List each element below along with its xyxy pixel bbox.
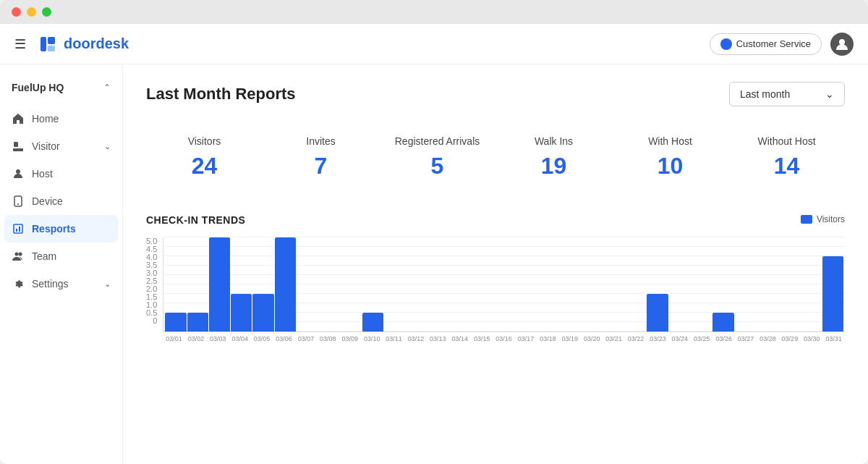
- x-axis-label: 03/05: [251, 335, 273, 342]
- chart-section: CHECK-IN TRENDS Visitors 5.04.54.03.53.0…: [146, 214, 845, 342]
- chart-bar[interactable]: [647, 294, 668, 332]
- y-axis: 5.04.54.03.53.02.52.01.51.00.50: [146, 237, 163, 342]
- x-axis-label: 03/27: [735, 335, 757, 342]
- chart-bar[interactable]: [252, 294, 273, 332]
- sidebar-item-visitor[interactable]: Visitor ⌄: [0, 132, 122, 160]
- device-icon: [12, 195, 25, 208]
- x-axis-label: 03/16: [493, 335, 514, 342]
- org-name: FuelUp HQ: [12, 82, 64, 93]
- chart-bar[interactable]: [362, 313, 383, 332]
- x-axis-label: 03/17: [515, 335, 537, 342]
- stat-visitors: Visitors 24: [146, 124, 263, 191]
- org-chevron-icon: ⌃: [103, 83, 111, 93]
- x-axis-label: 03/14: [449, 335, 471, 342]
- svg-point-8: [17, 203, 19, 205]
- close-button[interactable]: [12, 7, 21, 17]
- y-axis-label: 0: [153, 317, 157, 325]
- x-axis-label: 03/23: [647, 335, 668, 342]
- x-axis-label: 03/13: [427, 335, 448, 342]
- sidebar-item-label: Settings: [32, 278, 97, 290]
- logo-icon: [38, 34, 58, 54]
- svg-point-11: [19, 253, 22, 256]
- chart-bar[interactable]: [209, 237, 230, 332]
- x-axis-label: 03/26: [712, 335, 734, 342]
- logo: doordesk: [38, 34, 129, 54]
- svg-point-6: [16, 169, 20, 174]
- svg-rect-1: [48, 37, 55, 44]
- x-axis-label: 03/07: [295, 335, 317, 342]
- svg-rect-0: [41, 37, 46, 51]
- content-header: Last Month Reports Last month ⌄: [146, 82, 845, 106]
- stat-label: Visitors: [152, 135, 257, 147]
- stats-row: Visitors 24 Invites 7 Registered Arrival…: [146, 124, 845, 191]
- stat-without-host: Without Host 14: [728, 124, 845, 191]
- stat-value: 10: [618, 153, 723, 180]
- chart-bar[interactable]: [231, 294, 252, 332]
- stat-with-host: With Host 10: [612, 124, 728, 191]
- date-filter-label: Last month: [740, 88, 790, 100]
- reports-icon: [12, 222, 25, 235]
- x-axis-label: 03/08: [317, 335, 339, 342]
- page-title: Last Month Reports: [146, 85, 296, 104]
- bars-area: 03/0103/0203/0303/0403/0503/0603/0703/08…: [163, 237, 845, 342]
- chart-bar[interactable]: [275, 237, 296, 332]
- sidebar-item-label: Host: [32, 168, 111, 180]
- window-chrome: [0, 0, 868, 24]
- sidebar-item-label: Device: [32, 195, 111, 207]
- visitor-icon: [12, 140, 25, 153]
- visitor-chevron-icon: ⌄: [104, 142, 111, 151]
- svg-rect-2: [48, 46, 55, 51]
- date-filter[interactable]: Last month ⌄: [729, 82, 845, 106]
- main-layout: FuelUp HQ ⌃ Home Visitor ⌄ Hos: [0, 64, 868, 464]
- maximize-button[interactable]: [42, 7, 51, 17]
- x-axis-label: 03/19: [559, 335, 581, 342]
- stat-label: Invites: [268, 135, 373, 147]
- chart-bar[interactable]: [165, 313, 186, 332]
- sidebar-item-reports[interactable]: Resports: [4, 215, 118, 242]
- top-bar-right: Customer Service: [710, 33, 854, 56]
- main-content: Last Month Reports Last month ⌄ Visitors…: [123, 64, 868, 464]
- stat-value: 24: [152, 153, 257, 180]
- stat-walk-ins: Walk Ins 19: [495, 124, 612, 191]
- svg-rect-9: [14, 224, 22, 233]
- x-axis-label: 03/30: [801, 335, 822, 342]
- sidebar-item-host[interactable]: Host: [0, 160, 122, 187]
- minimize-button[interactable]: [27, 7, 36, 17]
- host-icon: [12, 167, 25, 180]
- chart-legend: Visitors: [801, 214, 845, 224]
- avatar[interactable]: [830, 33, 854, 56]
- customer-service-button[interactable]: Customer Service: [710, 33, 822, 55]
- chart-title: CHECK-IN TRENDS: [146, 214, 845, 226]
- sidebar-item-team[interactable]: Team: [0, 242, 122, 270]
- chart-bar[interactable]: [822, 256, 843, 332]
- x-axis-label: 03/29: [779, 335, 801, 342]
- x-axis-label: 03/04: [229, 335, 251, 342]
- x-axis-label: 03/10: [361, 335, 383, 342]
- sidebar-item-device[interactable]: Device: [0, 187, 122, 215]
- date-filter-chevron-icon: ⌄: [825, 88, 834, 100]
- home-icon: [12, 112, 25, 125]
- stat-label: Registered Arrivals: [385, 135, 490, 147]
- sidebar-item-home[interactable]: Home: [0, 105, 122, 132]
- legend-label: Visitors: [817, 214, 845, 224]
- x-axis-label: 03/01: [163, 335, 184, 342]
- customer-service-icon: [720, 38, 732, 50]
- stat-value: 7: [268, 153, 373, 180]
- x-axis-label: 03/02: [185, 335, 207, 342]
- x-axis-label: 03/22: [625, 335, 647, 342]
- sidebar-item-settings[interactable]: Settings ⌄: [0, 270, 122, 298]
- x-axis-label: 03/12: [405, 335, 427, 342]
- chart-bar[interactable]: [712, 313, 733, 332]
- user-icon: [835, 38, 848, 51]
- team-icon: [12, 250, 25, 263]
- chart-bar[interactable]: [187, 313, 208, 332]
- hamburger-icon[interactable]: ☰: [14, 36, 26, 52]
- stat-value: 14: [734, 153, 839, 180]
- logo-text: doordesk: [64, 35, 129, 52]
- x-axis-label: 03/24: [669, 335, 691, 342]
- org-selector[interactable]: FuelUp HQ ⌃: [0, 76, 122, 99]
- x-axis-label: 03/25: [691, 335, 712, 342]
- stat-value: 19: [501, 153, 606, 180]
- bar-chart: 5.04.54.03.53.02.52.01.51.00.50 03/0103/…: [146, 237, 845, 342]
- x-axis-label: 03/03: [207, 335, 229, 342]
